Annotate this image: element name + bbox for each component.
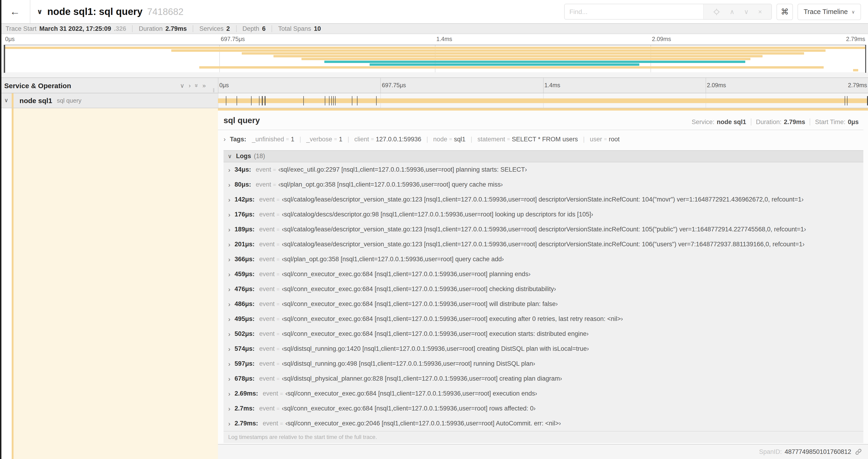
log-timestamp: 495μs: [235, 315, 254, 322]
logs-header[interactable]: ∨ Logs (18) [223, 150, 863, 162]
gridline [543, 78, 544, 93]
log-equals: = [277, 226, 280, 232]
clear-find-icon[interactable]: × [758, 8, 762, 15]
span-row-name-cell[interactable]: ∨ node sql1 sql query [0, 93, 218, 107]
gridline [380, 78, 381, 93]
gridline [218, 78, 218, 93]
log-row[interactable]: ›366μs:event=‹sql/plan_opt.go:358 [nsql1… [223, 252, 863, 267]
span-meta: Service:node sql1 Duration:2.79ms Start … [687, 118, 863, 125]
chevron-right-icon: › [228, 255, 230, 263]
log-row[interactable]: ›678μs:event=‹sql/distsql_physical_plann… [223, 371, 863, 386]
tag-separator: | [347, 135, 349, 142]
log-row[interactable]: ›486μs:event=‹sql/conn_executor_exec.go:… [223, 296, 863, 312]
log-field-key: event [259, 286, 275, 292]
log-marker [357, 96, 358, 105]
log-row[interactable]: ›2.7ms:event=‹sql/conn_executor_exec.go:… [223, 401, 863, 416]
trace-view-selector[interactable]: Trace Timeline ∨ [798, 3, 861, 20]
log-marker [262, 96, 262, 105]
log-message: ‹sql/exec_util.go:2297 [nsql1,client=127… [278, 166, 527, 173]
service-color-strip [11, 108, 13, 459]
chevron-right-icon: › [228, 285, 230, 293]
log-equals: = [277, 301, 280, 307]
log-row[interactable]: ›2.79ms:event=‹sql/conn_executor_exec.go… [223, 416, 863, 431]
find-tools: ∧ ∨ × [703, 4, 771, 19]
log-marker [259, 96, 259, 105]
chevron-right-icon: › [228, 226, 230, 233]
log-row[interactable]: ›574μs:event=‹sql/distsql_running.go:142… [223, 341, 863, 356]
chevron-right-icon: › [228, 240, 230, 248]
prev-match-icon[interactable]: ∧ [730, 8, 735, 15]
minimap-span [301, 58, 751, 60]
keyboard-shortcuts-button[interactable]: ⌘ [777, 3, 793, 20]
log-field-key: event [256, 181, 271, 188]
log-field-key: event [259, 405, 275, 412]
log-row[interactable]: ›2.69ms:event=‹sql/conn_executor_exec.go… [223, 386, 863, 401]
log-timestamp: 574μs: [235, 345, 254, 352]
tag-item: _verbose=1 [306, 135, 342, 142]
detail-divider [218, 129, 863, 130]
column-resizer-grip[interactable]: ∥ [213, 88, 215, 92]
log-row[interactable]: ›142μs:event=‹sql/catalog/lease/descript… [223, 192, 863, 207]
minimap-span [242, 52, 804, 54]
back-button[interactable]: ← [0, 0, 30, 23]
span-duration: Duration:2.79ms [751, 118, 810, 125]
span-row[interactable]: ∨ node sql1 sql query [0, 93, 868, 108]
log-message: ‹sql/conn_executor_exec.go:684 [nsql1,cl… [282, 270, 531, 277]
log-row[interactable]: ›189μs:event=‹sql/catalog/lease/descript… [223, 222, 863, 237]
span-service: Service:node sql1 [687, 118, 751, 125]
locate-icon[interactable] [713, 8, 720, 15]
log-row[interactable]: ›80μs:event=‹sql/plan_opt.go:358 [nsql1,… [223, 177, 863, 192]
tags-row[interactable]: › Tags: _unfinished=1|_verbose=1|client=… [223, 134, 863, 144]
chevron-right-icon: › [228, 390, 230, 397]
log-row[interactable]: ›201μs:event=‹sql/catalog/lease/descript… [223, 237, 863, 252]
log-row[interactable]: ›176μs:event=‹sql/catalog/descs/descript… [223, 207, 863, 222]
next-match-icon[interactable]: ∨ [744, 8, 749, 15]
log-row[interactable]: ›597μs:event=‹sql/distsql_running.go:498… [223, 356, 863, 371]
collapse-one-icon[interactable]: ∨ [180, 82, 184, 88]
chevron-right-icon: › [228, 300, 230, 308]
collapse-all-icon[interactable]: » [193, 84, 199, 87]
log-row[interactable]: ›459μs:event=‹sql/conn_executor_exec.go:… [223, 267, 863, 282]
log-message: ‹sql/conn_executor_exec.go:684 [nsql1,cl… [282, 286, 556, 292]
log-equals: = [277, 271, 280, 277]
log-field-key: event [259, 330, 275, 337]
span-row-timeline-cell[interactable] [218, 93, 868, 107]
log-timestamp: 189μs: [235, 226, 254, 233]
chevron-right-icon: › [228, 270, 230, 278]
log-timestamp: 80μs: [235, 181, 251, 188]
span-name: sql query [223, 116, 260, 125]
log-message: ‹sql/conn_executor_exec.go:2046 [nsql1,c… [285, 420, 561, 427]
detail-title-row: sql query Service:node sql1 Duration:2.7… [223, 116, 863, 125]
log-timestamp: 176μs: [235, 211, 254, 218]
chevron-right-icon: › [228, 375, 230, 382]
log-equals: = [277, 211, 280, 217]
chevron-right-icon: › [228, 420, 230, 427]
logs-count: (18) [254, 153, 265, 160]
log-marker [303, 96, 304, 105]
minimap-right-scrubber[interactable] [865, 45, 866, 73]
expand-one-icon[interactable]: › [189, 82, 191, 88]
log-row[interactable]: ›495μs:event=‹sql/conn_executor_exec.go:… [223, 312, 863, 326]
log-row[interactable]: ›476μs:event=‹sql/conn_executor_exec.go:… [223, 282, 863, 296]
tag-separator: | [299, 135, 301, 142]
log-equals: = [280, 391, 283, 396]
minimap-left-scrubber[interactable] [4, 45, 5, 73]
chevron-right-icon: › [228, 345, 230, 352]
log-row[interactable]: ›34μs:event=‹sql/exec_util.go:2297 [nsql… [223, 162, 863, 177]
log-message: ‹sql/plan_opt.go:358 [nsql1,client=127.0… [282, 256, 504, 263]
log-equals: = [277, 405, 280, 411]
expand-all-icon[interactable]: » [203, 82, 206, 88]
trace-title-group[interactable]: ∨ node sql1: sql query 7418682 [37, 6, 564, 17]
service-operation-title: Service & Operation [4, 81, 180, 89]
span-id-label: SpanID: [759, 448, 782, 455]
span-detail-panel: sql query Service:node sql1 Duration:2.7… [218, 108, 868, 459]
log-row[interactable]: ›502μs:event=‹sql/conn_executor_exec.go:… [223, 326, 863, 341]
tick-label: 0μs [219, 82, 229, 89]
link-icon[interactable] [855, 448, 862, 455]
log-message: ‹sql/catalog/lease/descriptor_version_st… [282, 196, 804, 203]
chevron-right-icon: › [228, 210, 230, 218]
log-equals: = [277, 346, 280, 352]
find-input[interactable] [565, 4, 703, 19]
trace-minimap[interactable] [4, 45, 866, 73]
log-marker [376, 96, 376, 105]
